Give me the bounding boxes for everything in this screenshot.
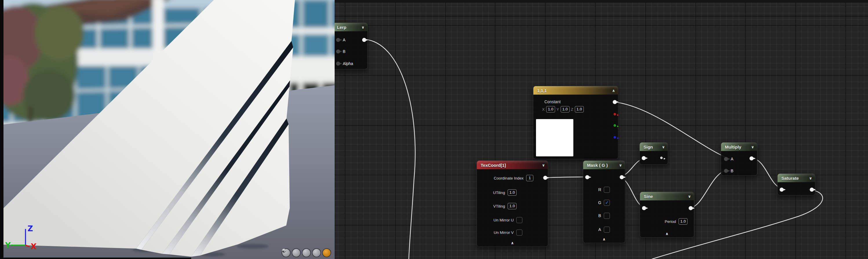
node-title: TexCoord[1] xyxy=(480,163,506,168)
node-title: Multiply xyxy=(725,145,741,149)
output-pin[interactable] xyxy=(749,156,753,160)
period-label: Period xyxy=(664,219,676,224)
chevron-down-icon[interactable] xyxy=(542,163,545,167)
viewport-left-border xyxy=(0,0,3,259)
node-constant-header[interactable]: 1,1,1 xyxy=(533,86,618,95)
output-pin-b[interactable] xyxy=(614,136,616,139)
chevron-down-icon[interactable] xyxy=(751,145,754,149)
x-axis-label: X xyxy=(31,242,36,251)
output-pin-r[interactable] xyxy=(614,113,616,115)
b-channel-checkbox[interactable] xyxy=(604,213,610,219)
z-value-field[interactable]: 1.0 xyxy=(575,106,584,112)
chevron-down-icon[interactable] xyxy=(662,145,665,149)
y-axis-label: Y xyxy=(5,241,11,250)
node-sine[interactable]: Sine Period 1.0 xyxy=(640,192,694,237)
preview-scene: Z Y X xyxy=(0,0,335,259)
unmirror-v-label: Un Mirror V xyxy=(494,230,514,235)
input-pin[interactable] xyxy=(585,175,589,179)
preview-shape-plane-button[interactable] xyxy=(302,248,311,257)
node-saturate[interactable]: Saturate xyxy=(777,174,815,195)
node-sine-header[interactable]: Sine xyxy=(640,192,694,200)
preview-shape-sphere-button[interactable] xyxy=(292,248,301,257)
x-value-field[interactable]: 1.0 xyxy=(546,106,555,112)
collapse-chevron-icon[interactable] xyxy=(477,241,548,245)
node-texcoord-header[interactable]: TexCoord[1] xyxy=(477,161,548,170)
output-pin[interactable] xyxy=(689,206,693,210)
material-editor: Z Y X xyxy=(0,0,868,259)
mesh-block-icon xyxy=(282,248,287,254)
node-sign-header[interactable]: Sign xyxy=(640,143,668,151)
constant-color-preview xyxy=(536,119,574,156)
a-channel-label: A xyxy=(598,227,601,232)
node-texcoord[interactable]: TexCoord[1] Coordinate Index 1 UTiling 1… xyxy=(476,160,548,247)
coordinate-index-field[interactable]: 1 xyxy=(526,175,533,181)
vtiling-label: VTiling xyxy=(493,204,505,209)
g-channel-checkbox[interactable]: ✓ xyxy=(604,200,610,206)
pin-label: Alpha xyxy=(343,61,353,66)
z-field-label: Z xyxy=(571,107,574,112)
unmirror-v-checkbox[interactable] xyxy=(516,229,522,235)
pin-label: B xyxy=(731,169,733,173)
node-lerp-header[interactable]: Lerp xyxy=(335,23,367,32)
collapse-chevron-icon[interactable] xyxy=(583,237,625,241)
node-saturate-header[interactable]: Saturate xyxy=(778,174,815,182)
wire-constant-to-multiply-a[interactable] xyxy=(613,102,728,158)
input-pin-a[interactable] xyxy=(336,38,340,42)
output-pin[interactable] xyxy=(543,176,547,180)
node-multiply[interactable]: Multiply A B xyxy=(721,142,757,176)
input-pin-b[interactable] xyxy=(724,169,728,173)
wire-lerp-to-offscreen[interactable] xyxy=(367,40,415,259)
preview-shape-cube-button[interactable] xyxy=(312,248,321,257)
preview-viewport[interactable]: Z Y X xyxy=(0,0,335,259)
unmirror-u-checkbox[interactable] xyxy=(516,217,522,223)
y-field-label: Y xyxy=(557,107,559,112)
a-channel-checkbox[interactable] xyxy=(604,227,610,233)
chevron-down-icon[interactable] xyxy=(619,163,622,167)
node-mask[interactable]: Mask ( G ) R G ✓ B A xyxy=(583,160,625,243)
output-pin-rgb[interactable] xyxy=(613,100,617,104)
input-pin-alpha[interactable] xyxy=(336,62,340,66)
preview-shape-mesh-button[interactable] xyxy=(322,248,331,257)
node-mask-header[interactable]: Mask ( G ) xyxy=(583,161,625,170)
input-pin[interactable] xyxy=(642,206,646,210)
x-field-label: X xyxy=(542,107,545,112)
output-pin[interactable] xyxy=(810,188,814,192)
r-channel-checkbox[interactable] xyxy=(604,187,610,193)
material-graph-canvas[interactable]: Lerp A B Alpha 1,1,1 C xyxy=(335,0,868,259)
wire-sine-to-multiply-b[interactable] xyxy=(690,170,727,208)
chevron-down-icon[interactable] xyxy=(809,176,812,180)
output-pin[interactable] xyxy=(620,175,624,179)
chevron-down-icon[interactable] xyxy=(688,194,691,198)
node-multiply-header[interactable]: Multiply xyxy=(721,143,757,151)
utiling-label: UTiling xyxy=(493,190,505,195)
coordinate-index-label: Coordinate Index xyxy=(494,176,524,180)
input-pin-b[interactable] xyxy=(336,49,340,53)
node-title: Lerp xyxy=(337,25,346,30)
vtiling-field[interactable]: 1.0 xyxy=(507,203,517,209)
r-channel-label: R xyxy=(598,187,601,192)
input-pin[interactable] xyxy=(780,188,784,192)
utiling-field[interactable]: 1.0 xyxy=(507,189,517,196)
output-pin[interactable] xyxy=(660,157,662,159)
z-axis-label: Z xyxy=(28,224,33,233)
period-field[interactable]: 1.0 xyxy=(679,218,687,225)
output-pin-g[interactable] xyxy=(614,124,616,126)
y-value-field[interactable]: 1.0 xyxy=(561,106,569,112)
node-title: Mask ( G ) xyxy=(587,163,608,168)
output-pin[interactable] xyxy=(362,38,366,42)
collapse-chevron-icon[interactable] xyxy=(640,232,694,235)
constant-subtitle: Constant xyxy=(545,100,561,104)
node-title: Sine xyxy=(644,194,653,199)
node-lerp[interactable]: Lerp A B Alpha xyxy=(335,23,368,69)
input-pin[interactable] xyxy=(642,156,646,160)
pin-label: B xyxy=(343,49,345,54)
node-sign[interactable]: Sign xyxy=(640,142,668,165)
viewport-bottom-border xyxy=(0,258,191,259)
chevron-up-icon[interactable] xyxy=(612,89,615,92)
chevron-down-icon[interactable] xyxy=(361,26,365,29)
pin-label: A xyxy=(731,157,733,161)
node-constant[interactable]: 1,1,1 Constant X 1.0 Y 1.0 Z 1.0 xyxy=(533,86,618,159)
b-channel-label: B xyxy=(598,213,601,218)
input-pin-a[interactable] xyxy=(724,157,728,161)
node-title: 1,1,1 xyxy=(537,88,547,93)
